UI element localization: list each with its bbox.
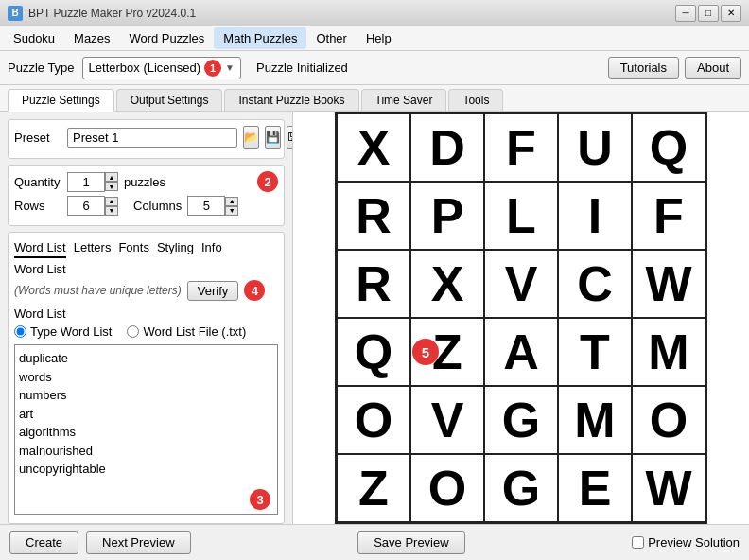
menu-other[interactable]: Other [306,27,357,49]
rows-spinner-btns: ▲ ▼ [105,197,118,216]
puzzle-type-label: Puzzle Type [8,61,75,75]
columns-value[interactable] [187,196,225,216]
quantity-spinner[interactable]: ▲ ▼ [67,172,118,192]
subtab-info[interactable]: Info [201,238,222,258]
grid-cell: Q [337,318,410,386]
preset-label: Preset [14,131,61,145]
tab-time-saver[interactable]: Time Saver [361,89,447,111]
about-button[interactable]: About [685,57,741,79]
toolbar: Puzzle Type Letterbox (Licensed) 1 ▼ Puz… [0,51,749,85]
columns-down-button[interactable]: ▼ [225,206,238,216]
grid-cell: P [410,182,484,250]
grid-cell: R [337,250,410,318]
rows-value[interactable] [67,196,105,216]
dropdown-arrow-icon: ▼ [225,62,235,73]
subtab-letters[interactable]: Letters [74,238,112,258]
columns-up-button[interactable]: ▲ [225,197,238,206]
tutorials-button[interactable]: Tutorials [608,57,679,79]
puzzle-type-dropdown[interactable]: Letterbox (Licensed) 1 ▼ [82,57,241,79]
grid-cell: O [410,454,484,522]
grid-cell: W [632,250,705,318]
puzzle-grid: XDFUQRPLIFRXVCWQZATMOVGMOZOGEW [335,112,707,524]
word-list-subtabs: Word List Letters Fonts Styling Info [14,238,278,258]
grid-cell: O [632,386,705,454]
rows-label: Rows [14,199,61,213]
word-list-textarea[interactable] [14,344,278,515]
menu-sudoku[interactable]: Sudoku [4,27,64,49]
preview-solution-label: Preview Solution [648,535,740,550]
next-preview-button[interactable]: Next Preview [86,531,191,554]
puzzle-type-value: Letterbox (Licensed) [89,61,201,75]
grid-cell: X [337,114,410,182]
grid-cell: M [558,386,632,454]
grid-cell: I [558,182,632,250]
grid-cell: A [484,318,558,386]
grid-cell: U [558,114,632,182]
puzzles-label: puzzles [124,175,171,189]
word-list-title2: Word List [14,306,278,321]
tab-instant-puzzle-books[interactable]: Instant Puzzle Books [224,89,358,111]
toolbar-right: Tutorials About [608,57,741,79]
radio-word-list-file[interactable]: Word List File (.txt) [127,324,246,339]
create-button[interactable]: Create [9,531,78,554]
grid-cell: T [558,318,632,386]
menu-math-puzzles[interactable]: Math Puzzles [214,27,306,49]
save-button[interactable]: 💾 [265,126,281,149]
preset-section: Preset 📂 💾 🖫 [8,119,285,159]
columns-spinner[interactable]: ▲ ▼ [187,196,238,216]
verify-button[interactable]: Verify [187,281,239,301]
grid-cell: G [484,454,558,522]
badge-2: 2 [257,171,278,192]
preview-solution-checkbox-row[interactable]: Preview Solution [632,535,740,550]
quantity-up-button[interactable]: ▲ [105,172,118,182]
open-folder-button[interactable]: 📂 [243,126,259,149]
quantity-row: Quantity ▲ ▼ puzzles 2 [14,171,278,192]
tab-tools[interactable]: Tools [448,89,503,111]
grid-cell: W [632,454,705,522]
grid-cell: R [337,182,410,250]
quantity-down-button[interactable]: ▼ [105,182,118,191]
grid-cell: V [484,250,558,318]
grid-cell: X [410,250,484,318]
close-button[interactable]: ✕ [721,5,741,22]
subtab-styling[interactable]: Styling [157,238,194,258]
window-controls: ─ □ ✕ [675,5,741,22]
columns-spinner-btns: ▲ ▼ [225,197,238,216]
right-panel: XDFUQRPLIFRXVCWQZATMOVGMOZOGEW 5 [293,112,749,524]
minimize-button[interactable]: ─ [675,5,696,22]
radio-type-word-list[interactable]: Type Word List [14,324,112,339]
columns-label: Columns [133,199,182,213]
rows-cols-row: Rows ▲ ▼ Columns ▲ ▼ [14,196,278,216]
subtab-fonts[interactable]: Fonts [118,238,149,258]
grid-cell: F [484,114,558,182]
badge-4: 4 [244,280,265,301]
word-list-radio-group: Type Word List Word List File (.txt) [14,324,278,339]
rows-down-button[interactable]: ▼ [105,206,118,216]
grid-cell: F [632,182,705,250]
maximize-button[interactable]: □ [698,5,719,22]
grid-cell: M [632,318,705,386]
word-list-title: Word List [14,262,278,276]
grid-cell: L [484,182,558,250]
preview-solution-checkbox[interactable] [632,536,644,549]
word-list-section: Word List Letters Fonts Styling Info Wor… [8,232,285,524]
rows-up-button[interactable]: ▲ [105,197,118,206]
grid-cell: G [484,386,558,454]
subtab-word-list[interactable]: Word List [14,238,66,258]
badge-3: 3 [250,489,270,510]
grid-cell: V [410,386,484,454]
menu-mazes[interactable]: Mazes [64,27,119,49]
app-icon: B [8,6,23,21]
rows-spinner[interactable]: ▲ ▼ [67,196,118,216]
quantity-spinner-btns: ▲ ▼ [105,172,118,191]
save-preview-button[interactable]: Save Preview [357,531,464,554]
menu-help[interactable]: Help [357,27,401,49]
save-as-button[interactable]: 🖫 [287,126,293,149]
titlebar: B BPT Puzzle Maker Pro v2024.0.1 ─ □ ✕ [0,0,749,26]
tab-output-settings[interactable]: Output Settings [116,89,223,111]
quantity-value[interactable] [67,172,105,192]
menu-word-puzzles[interactable]: Word Puzzles [119,27,214,49]
menubar: Sudoku Mazes Word Puzzles Math Puzzles O… [0,26,749,51]
preset-input[interactable] [67,128,237,148]
tab-puzzle-settings[interactable]: Puzzle Settings [8,89,114,112]
